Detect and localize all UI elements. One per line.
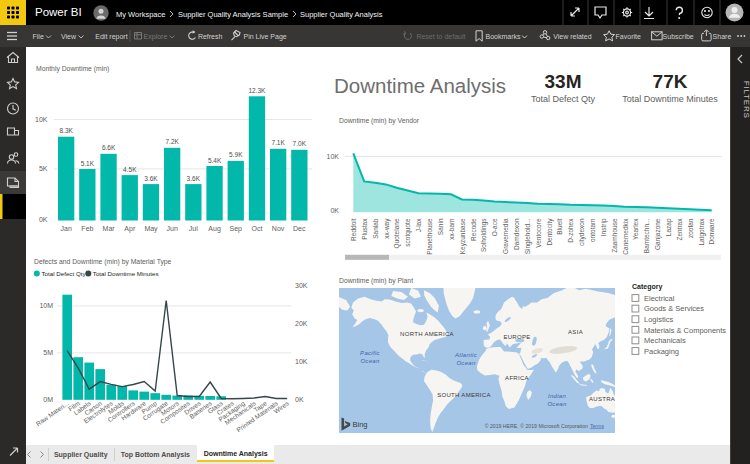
svg-text:Sanlab: Sanlab <box>372 218 379 239</box>
svg-text:O-ace: O-ace <box>491 218 498 236</box>
svg-text:Indian: Indian <box>548 393 567 399</box>
svg-text:SOUTH AMERICA: SOUTH AMERICA <box>437 392 491 398</box>
svg-text:10K: 10K <box>327 153 340 160</box>
svg-text:Bamtechn...: Bamtechn... <box>643 218 650 253</box>
svg-text:Materials & Components: Materials & Components <box>644 326 726 335</box>
svg-text:5.1K: 5.1K <box>81 160 95 167</box>
svg-text:10K: 10K <box>35 116 48 123</box>
svg-text:Logistics: Logistics <box>644 315 673 324</box>
svg-text:Zaamhouse: Zaamhouse <box>611 218 618 253</box>
svg-text:Quotelane: Quotelane <box>393 218 401 248</box>
svg-text:Apr: Apr <box>124 225 136 233</box>
svg-text:Jul: Jul <box>189 225 198 232</box>
svg-text:Sep: Sep <box>230 225 243 233</box>
svg-text:Bing: Bing <box>353 420 368 429</box>
svg-text:Pacific: Pacific <box>360 350 380 356</box>
svg-text:Oct: Oct <box>251 225 262 232</box>
svg-text:6.6K: 6.6K <box>102 144 116 151</box>
svg-text:xx-bam: xx-bam <box>448 219 455 240</box>
svg-text:Dec: Dec <box>293 225 306 232</box>
svg-text:30K: 30K <box>295 282 308 289</box>
svg-text:Gravemedia: Gravemedia <box>502 218 509 254</box>
svg-text:Plustax: Plustax <box>361 218 368 240</box>
svg-text:Electrical: Electrical <box>644 294 675 303</box>
svg-text:0K: 0K <box>39 216 48 223</box>
svg-text:scotquote: scotquote <box>404 218 412 247</box>
svg-text:4.5K: 4.5K <box>123 166 137 173</box>
svg-text:12.3K: 12.3K <box>248 87 266 94</box>
svg-text:xx-way: xx-way <box>383 218 391 239</box>
svg-text:Damdexon: Damdexon <box>513 218 520 250</box>
svg-text:Zentrax: Zentrax <box>676 218 683 241</box>
svg-text:7.2K: 7.2K <box>166 138 180 145</box>
svg-text:AFRICA: AFRICA <box>505 375 529 381</box>
svg-text:Packaging: Packaging <box>644 347 679 356</box>
svg-text:10K: 10K <box>295 358 308 365</box>
svg-text:Raw Materi...: Raw Materi... <box>35 399 71 427</box>
svg-text:Latgotrax: Latgotrax <box>698 218 706 246</box>
svg-text:Bluelt: Bluelt <box>556 218 563 234</box>
svg-text:Donware: Donware <box>708 218 715 244</box>
svg-text:Goods & Services: Goods & Services <box>644 304 704 313</box>
svg-text:Reddoit: Reddoit <box>350 218 357 241</box>
svg-text:Sanin: Sanin <box>437 218 444 235</box>
svg-text:Feb: Feb <box>81 225 93 232</box>
svg-text:Mechanicals: Mechanicals <box>644 336 686 345</box>
svg-text:Singlehold...: Singlehold... <box>524 218 532 254</box>
svg-text:Dentocity: Dentocity <box>546 218 554 246</box>
svg-text:Ventocore: Ventocore <box>535 218 542 248</box>
svg-text:NORTH AMERICA: NORTH AMERICA <box>400 331 454 337</box>
svg-text:7.0K: 7.0K <box>293 140 307 147</box>
svg-text:Atlantic: Atlantic <box>454 352 477 358</box>
svg-text:Aug: Aug <box>208 225 221 233</box>
svg-text:Terms: Terms <box>590 423 605 429</box>
svg-text:Yearlex: Yearlex <box>632 218 639 240</box>
svg-text:Mar: Mar <box>103 225 116 232</box>
svg-text:Jun: Jun <box>167 225 178 232</box>
svg-text:5.9K: 5.9K <box>229 151 243 158</box>
svg-text:Recode: Recode <box>470 218 477 241</box>
svg-text:ontotam: ontotam <box>589 219 596 243</box>
svg-text:D-zohex: D-zohex <box>567 218 574 243</box>
svg-text:Total Defect Qty: Total Defect Qty <box>42 270 87 277</box>
svg-text:5M: 5M <box>43 349 53 356</box>
svg-text:7.1K: 7.1K <box>271 139 285 146</box>
svg-text:Ocean: Ocean <box>456 360 476 366</box>
svg-text:Instrip: Instrip <box>600 218 608 236</box>
svg-text:Total Downtime Minutes: Total Downtime Minutes <box>93 270 159 277</box>
svg-text:0K: 0K <box>295 396 304 403</box>
svg-text:20K: 20K <box>295 320 308 327</box>
svg-text:Planethouse: Planethouse <box>426 218 433 255</box>
svg-text:EUROPE: EUROPE <box>503 334 530 340</box>
svg-text:J-lax: J-lax <box>415 218 422 232</box>
svg-text:Ocean: Ocean <box>360 358 380 364</box>
svg-text:5K: 5K <box>39 165 48 172</box>
svg-text:Solholdings: Solholdings <box>480 218 488 252</box>
svg-text:ASIA: ASIA <box>568 329 583 335</box>
svg-text:Nov: Nov <box>272 225 285 232</box>
svg-text:Ocean: Ocean <box>547 401 567 407</box>
svg-text:AUSTRALIA: AUSTRALIA <box>589 396 615 402</box>
svg-text:citydexon: citydexon <box>578 218 586 246</box>
svg-text:zoofan: zoofan <box>687 218 694 238</box>
svg-text:3.6K: 3.6K <box>144 175 158 182</box>
svg-text:May: May <box>144 225 158 233</box>
svg-text:0K: 0K <box>330 207 339 214</box>
svg-text:0M: 0M <box>43 396 53 403</box>
svg-text:Ganjazone: Ganjazone <box>654 218 662 250</box>
svg-text:5.4K: 5.4K <box>208 157 222 164</box>
svg-text:10M: 10M <box>39 302 53 309</box>
svg-text:© 2019 HERE, © 2019 Microsoft: © 2019 HERE, © 2019 Microsoft Corporatio… <box>485 423 588 429</box>
svg-text:Canemedkix: Canemedkix <box>622 218 629 255</box>
svg-text:Jan: Jan <box>61 225 72 232</box>
svg-text:3.6K: 3.6K <box>187 175 201 182</box>
svg-text:8.3K: 8.3K <box>60 127 74 134</box>
svg-text:Lazap: Lazap <box>665 218 673 236</box>
svg-text:Keyzunbase: Keyzunbase <box>459 218 467 254</box>
